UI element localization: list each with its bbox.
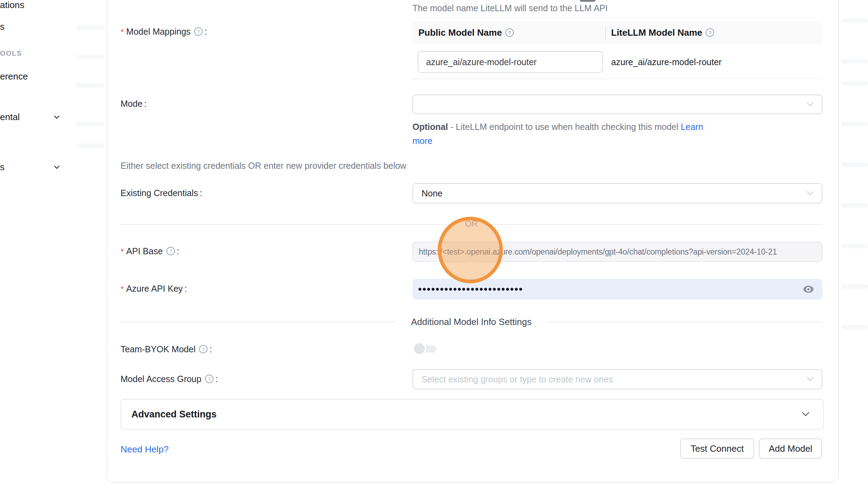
or-divider-line-right (487, 224, 822, 225)
public-model-name-header: Public Model Name ? (418, 21, 514, 44)
credentials-note: Either select existing credentials OR en… (121, 161, 406, 171)
or-divider-line-left (121, 224, 456, 225)
advanced-settings-panel[interactable]: Advanced Settings (121, 399, 824, 430)
help-circle-icon[interactable]: ? (505, 28, 514, 37)
optional-emphasis: Optional (412, 122, 448, 132)
help-circle-icon[interactable]: ? (199, 345, 208, 354)
svg-text:?: ? (709, 30, 711, 35)
chevron-down-icon (806, 190, 814, 196)
svg-text:?: ? (508, 30, 511, 35)
skeleton-bar (841, 18, 868, 23)
api-base-label-text: API Base (126, 246, 163, 256)
label-colon: : (210, 344, 212, 354)
help-circle-icon[interactable]: ? (194, 27, 203, 36)
label-colon: : (200, 188, 202, 198)
existing-credentials-select[interactable]: None (412, 183, 822, 203)
info-divider-line-left (121, 322, 395, 323)
team-byok-label: Team-BYOK Model ? : (121, 339, 212, 360)
help-circle-icon[interactable]: ? (205, 374, 214, 383)
cropped-element-artifact (580, 0, 595, 2)
table-row-divider (412, 78, 822, 79)
header-column-divider (605, 26, 606, 40)
test-connect-button[interactable]: Test Connect (680, 438, 754, 459)
api-base-label: * API Base ? : (121, 241, 179, 262)
label-colon: : (177, 246, 179, 256)
add-model-button[interactable]: Add Model (759, 438, 822, 459)
mode-help-text: Optional - LiteLLM endpoint to use when … (412, 120, 709, 148)
svg-text:?: ? (169, 249, 172, 254)
skeleton-bar (841, 162, 868, 167)
chevron-down-icon[interactable] (53, 113, 61, 121)
existing-credentials-value: None (422, 188, 443, 199)
model-access-group-label-text: Model Access Group (121, 374, 201, 384)
azure-api-key-label-text: Azure API Key (126, 284, 183, 294)
model-access-group-select[interactable]: Select existing groups or type to create… (412, 369, 822, 389)
model-mappings-table-header: Public Model Name ? LiteLLM Model Name ? (412, 21, 822, 44)
sidebar-item-4[interactable]: s (0, 162, 5, 173)
info-divider-line-right (547, 322, 822, 323)
mode-label-text: Mode (121, 99, 143, 109)
sidebar-item-experimental[interactable]: ental (0, 112, 20, 123)
skeleton-bar (841, 284, 868, 289)
litellm-model-name-header-text: LiteLLM Model Name (611, 27, 702, 38)
cursor-highlight-circle (438, 217, 503, 283)
model-access-group-placeholder: Select existing groups or type to create… (422, 374, 613, 384)
model-name-hint: The model name LiteLLM will send to the … (412, 3, 608, 13)
existing-credentials-label: Existing Credentials : (121, 182, 202, 203)
sidebar-item-3[interactable]: erence (0, 71, 28, 82)
required-asterisk: * (121, 247, 124, 257)
azure-api-key-label: * Azure API Key : (121, 278, 187, 299)
existing-credentials-label-text: Existing Credentials (121, 188, 198, 198)
mode-help-body: - LiteLLM endpoint to use when health ch… (448, 122, 681, 132)
required-asterisk: * (121, 284, 124, 294)
skeleton-bar (76, 25, 104, 30)
label-colon: : (216, 374, 218, 384)
label-colon: : (144, 99, 147, 109)
skeleton-bar (76, 55, 104, 60)
label-colon: : (185, 284, 187, 294)
skeleton-bar (76, 122, 104, 126)
additional-settings-title: Additional Model Info Settings (395, 317, 547, 327)
svg-text:?: ? (197, 29, 200, 34)
public-model-name-input[interactable] (418, 51, 603, 73)
mode-label: Mode : (121, 93, 147, 114)
chevron-down-icon (806, 376, 814, 382)
sidebar-item-1[interactable]: ations (0, 0, 24, 11)
skeleton-bar (841, 59, 868, 63)
label-colon: : (205, 27, 207, 37)
chevron-down-icon (806, 102, 814, 107)
model-mappings-label: * Model Mappings ? : (121, 21, 207, 42)
sidebar-section-tools: OOLS (0, 49, 22, 57)
litellm-model-name-value: azure_ai/azure-model-router (611, 51, 722, 72)
sidebar-item-2[interactable]: s (0, 21, 5, 32)
skeleton-bar (76, 83, 104, 88)
model-access-group-label: Model Access Group ? : (121, 368, 218, 389)
svg-text:?: ? (208, 376, 211, 382)
required-asterisk: * (121, 27, 124, 37)
svg-text:?: ? (202, 347, 205, 352)
skeleton-bar (841, 122, 868, 126)
eye-icon[interactable] (803, 284, 814, 295)
skeleton-bar (76, 144, 104, 148)
mode-select[interactable] (412, 95, 822, 114)
public-model-name-header-text: Public Model Name (418, 27, 502, 38)
team-byok-toggle[interactable] (414, 343, 437, 354)
skeleton-bar (841, 244, 868, 248)
team-byok-label-text: Team-BYOK Model (121, 344, 196, 354)
chevron-down-icon (801, 411, 810, 417)
add-model-form-page: ations s OOLS erence ental s The model n… (0, 0, 868, 485)
skeleton-bar (841, 81, 868, 86)
toggle-knob (414, 343, 425, 354)
litellm-model-name-header: LiteLLM Model Name ? (611, 21, 715, 44)
advanced-settings-title: Advanced Settings (131, 409, 217, 420)
model-mappings-label-text: Model Mappings (126, 27, 190, 37)
chevron-down-icon[interactable] (53, 163, 61, 171)
skeleton-bar (841, 203, 868, 208)
help-circle-icon[interactable]: ? (705, 28, 715, 37)
skeleton-bar (841, 325, 868, 330)
need-help-link[interactable]: Need Help? (121, 444, 169, 455)
help-circle-icon[interactable]: ? (166, 247, 175, 256)
